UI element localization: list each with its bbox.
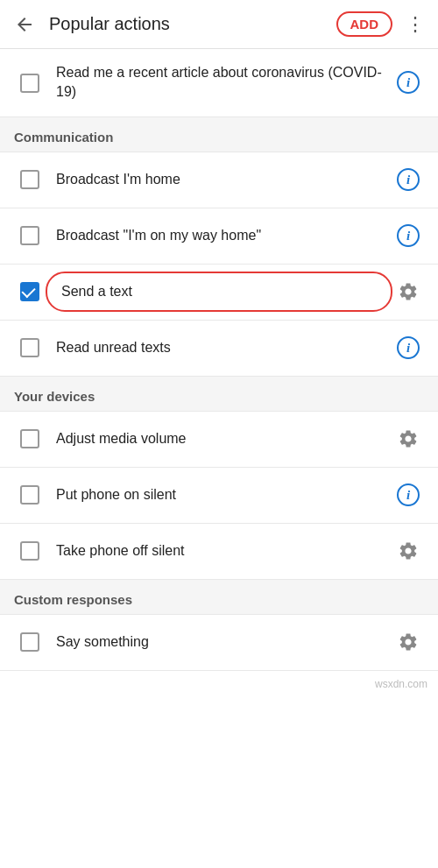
checkbox-read-texts[interactable] bbox=[20, 338, 39, 357]
send-text-label: Send a text bbox=[46, 272, 392, 312]
section-custom-responses: Custom responses bbox=[0, 580, 438, 615]
list-item: Take phone off silent bbox=[0, 524, 438, 580]
media-volume-gear-icon[interactable] bbox=[392, 423, 424, 455]
item-label: Adjust media volume bbox=[46, 417, 392, 461]
checkbox-wrap[interactable] bbox=[14, 226, 46, 245]
list-item: Put phone on silent i bbox=[0, 468, 438, 524]
list-item-send-text: Send a text bbox=[0, 265, 438, 321]
article-info-icon[interactable]: i bbox=[392, 67, 424, 98]
checkbox-wrap[interactable] bbox=[14, 541, 46, 561]
back-button[interactable] bbox=[7, 7, 42, 42]
list-item: Broadcast "I'm on my way home" i bbox=[0, 208, 438, 265]
item-label: Read unread texts bbox=[46, 326, 392, 370]
item-label: Broadcast "I'm on my way home" bbox=[46, 214, 392, 258]
list-item: Say something bbox=[0, 615, 438, 671]
item-label: Put phone on silent bbox=[46, 473, 392, 517]
checkbox-media-volume[interactable] bbox=[20, 429, 39, 448]
checkbox-broadcast-way[interactable] bbox=[20, 226, 39, 245]
send-text-gear-icon[interactable] bbox=[392, 276, 424, 307]
checkbox-wrap[interactable] bbox=[14, 485, 46, 505]
checkbox-phone-off-silent[interactable] bbox=[20, 541, 39, 561]
phone-off-silent-gear-icon[interactable] bbox=[392, 535, 424, 567]
checkbox-wrap[interactable] bbox=[14, 632, 46, 652]
item-label: Broadcast I'm home bbox=[46, 158, 392, 201]
list-item: Read unread texts i bbox=[0, 321, 438, 377]
article-label: Read me a recent article about coronavir… bbox=[46, 63, 392, 102]
checkbox-wrap[interactable] bbox=[14, 170, 46, 189]
broadcast-home-info-icon[interactable]: i bbox=[392, 164, 424, 195]
broadcast-way-info-icon[interactable]: i bbox=[392, 220, 424, 251]
add-button[interactable]: ADD bbox=[336, 11, 393, 37]
article-checkbox[interactable] bbox=[14, 72, 46, 93]
item-label: Say something bbox=[46, 620, 392, 664]
more-options-button[interactable]: ⋮ bbox=[399, 9, 431, 40]
checkbox-wrap[interactable] bbox=[14, 338, 46, 357]
checkbox-wrap[interactable] bbox=[14, 429, 46, 448]
page-title: Popular actions bbox=[49, 14, 336, 34]
list-item: Broadcast I'm home i bbox=[0, 152, 438, 208]
section-your-devices: Your devices bbox=[0, 377, 438, 412]
checkbox-article[interactable] bbox=[20, 74, 39, 93]
watermark: wsxdn.com bbox=[0, 671, 438, 697]
list-item: Adjust media volume bbox=[0, 412, 438, 468]
checkbox-send-text[interactable] bbox=[20, 282, 39, 301]
checkbox-broadcast-home[interactable] bbox=[20, 170, 39, 189]
app-header: Popular actions ADD ⋮ bbox=[0, 0, 438, 49]
checkbox-phone-silent[interactable] bbox=[20, 485, 39, 505]
phone-silent-info-icon[interactable]: i bbox=[392, 479, 424, 511]
read-texts-info-icon[interactable]: i bbox=[392, 332, 424, 363]
article-row: Read me a recent article about coronavir… bbox=[0, 49, 438, 117]
section-communication: Communication bbox=[0, 117, 438, 152]
say-something-gear-icon[interactable] bbox=[392, 626, 424, 658]
item-label: Take phone off silent bbox=[46, 529, 392, 573]
checkbox-say-something[interactable] bbox=[20, 632, 39, 652]
checkbox-wrap[interactable] bbox=[14, 282, 46, 301]
